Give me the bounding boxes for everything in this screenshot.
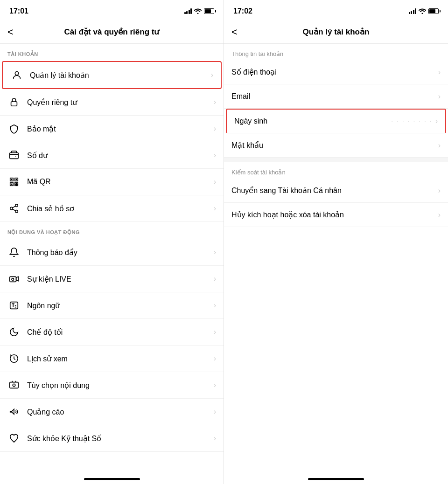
menu-item-ma-qr[interactable]: Mã QR › (0, 169, 224, 195)
chevron-icon-lich-su: › (214, 354, 216, 363)
section-header-thong-tin: Thông tin tài khoản (224, 44, 448, 60)
lock-icon (7, 96, 21, 109)
qr-icon (7, 175, 21, 188)
menu-item-label-che-do-toi: Chế độ tối (27, 328, 214, 337)
wifi-icon-right (419, 8, 426, 14)
moon-icon (7, 325, 21, 339)
chevron-icon-bao-mat: › (214, 124, 216, 133)
page-title-left: Cài đặt và quyền riêng tư (21, 27, 202, 37)
status-icons-left (184, 8, 215, 14)
menu-item-che-do-toi[interactable]: Chế độ tối › (0, 319, 224, 346)
right-label-huy-kich-hoat: Hủy kích hoạt hoặc xóa tài khoản (231, 210, 438, 219)
language-icon (7, 299, 21, 312)
chevron-icon-tuy-chon: › (214, 381, 216, 389)
wallet-icon (7, 149, 21, 162)
menu-item-label-lich-su: Lịch sử xem (27, 354, 214, 363)
svg-rect-20 (10, 302, 18, 309)
home-indicator-right (308, 478, 364, 480)
svg-point-14 (10, 207, 13, 210)
person-icon (10, 69, 23, 82)
menu-item-label-qr: Mã QR (27, 178, 214, 186)
ngay-sinh-value: · · · · · · · · (391, 118, 432, 125)
section-label-account: TÀI KHOẢN (0, 44, 224, 61)
right-item-chuyen-sang-ca-nhan[interactable]: Chuyển sang Tài khoản Cá nhân › (224, 179, 448, 203)
menu-item-quang-cao[interactable]: Quảng cáo › (0, 399, 224, 425)
svg-rect-6 (15, 183, 16, 184)
svg-line-17 (13, 206, 15, 208)
section-label-content: NỘI DUNG VÀ HOẠT ĐỘNG (0, 222, 224, 239)
menu-item-so-du[interactable]: Số dư › (0, 142, 224, 169)
time-right: 17:02 (233, 7, 252, 15)
menu-item-label-thong-bao: Thông báo đẩy (27, 248, 214, 257)
right-label-email: Email (231, 92, 438, 101)
svg-point-13 (15, 204, 18, 207)
svg-rect-12 (11, 184, 13, 185)
chevron-icon-quan-ly: › (211, 71, 213, 79)
right-item-so-dien-thoai[interactable]: Số điện thoại › (224, 60, 448, 84)
menu-item-tuy-chon-noi-dung[interactable]: Tùy chọn nội dung › (0, 372, 224, 399)
menu-item-quyen-rieng-tu[interactable]: Quyền riêng tư › (0, 89, 224, 116)
svg-rect-9 (17, 185, 18, 186)
spacer-right (224, 227, 448, 474)
nav-header-right: < Quản lý tài khoản (224, 21, 448, 44)
health-icon (7, 432, 21, 445)
status-icons-right (409, 8, 439, 14)
back-button-right[interactable]: < (231, 26, 245, 38)
menu-item-suc-khoe[interactable]: Sức khỏe Kỹ thuật Số › (0, 425, 224, 452)
battery-icon-right (428, 8, 439, 14)
wifi-icon-left (194, 8, 202, 14)
right-label-mat-khau: Mật khẩu (231, 141, 438, 150)
chevron-icon-so-du: › (214, 151, 216, 159)
menu-item-ngon-ngu[interactable]: Ngôn ngữ › (0, 292, 224, 319)
chevron-email: › (438, 92, 441, 101)
right-label-ngay-sinh: Ngày sinh (234, 117, 391, 125)
spacer-left (0, 452, 224, 474)
menu-item-label-su-kien: Sự kiện LIVE (27, 275, 214, 283)
svg-rect-7 (17, 183, 18, 184)
back-button-left[interactable]: < (7, 26, 21, 38)
signal-icon-right (409, 8, 417, 14)
chevron-ngay-sinh: › (435, 117, 438, 125)
right-item-mat-khau[interactable]: Mật khẩu › (224, 133, 448, 158)
menu-item-label-quyen: Quyền riêng tư (27, 98, 214, 107)
right-item-email[interactable]: Email › (224, 84, 448, 109)
menu-item-label-chia-se: Chia sẻ hồ sơ (27, 204, 214, 213)
menu-item-label-tuy-chon: Tùy chọn nội dung (27, 381, 214, 390)
chevron-icon-qr: › (214, 178, 216, 186)
svg-rect-1 (11, 102, 17, 106)
menu-item-label-so-du: Số dư (27, 151, 214, 160)
menu-item-bao-mat[interactable]: Bảo mật › (0, 116, 224, 142)
svg-rect-18 (10, 277, 16, 282)
svg-rect-8 (15, 185, 16, 186)
menu-item-quan-ly-tai-khoan[interactable]: Quản lý tài khoản › (2, 61, 222, 89)
svg-point-25 (13, 384, 15, 387)
chevron-mat-khau: › (438, 141, 441, 150)
menu-item-thong-bao-day[interactable]: Thông báo đẩy › (0, 239, 224, 266)
right-item-ngay-sinh[interactable]: Ngày sinh · · · · · · · · › (226, 109, 446, 133)
chevron-icon-thong-bao: › (214, 248, 216, 256)
status-bar-left: 17:01 (0, 0, 224, 21)
svg-line-16 (13, 209, 15, 211)
divider-right (224, 158, 448, 162)
svg-point-15 (15, 210, 18, 213)
chevron-chuyen-sang: › (438, 187, 441, 195)
menu-item-chia-se-ho-so[interactable]: Chia sẻ hồ sơ › (0, 195, 224, 222)
share-icon (7, 202, 21, 215)
nav-header-left: < Cài đặt và quyền riêng tư (0, 21, 224, 44)
menu-item-su-kien-live[interactable]: Sự kiện LIVE › (0, 266, 224, 292)
chevron-icon-quyen: › (214, 98, 216, 106)
menu-item-label-suc-khoe: Sức khỏe Kỹ thuật Số (27, 434, 214, 443)
right-label-chuyen-sang: Chuyển sang Tài khoản Cá nhân (231, 186, 438, 195)
menu-item-label-bao-mat: Bảo mật (27, 124, 214, 133)
menu-item-lich-su-xem[interactable]: Lịch sử xem › (0, 346, 224, 372)
right-item-huy-kich-hoat[interactable]: Hủy kích hoạt hoặc xóa tài khoản › (224, 203, 448, 227)
history-icon (7, 352, 21, 365)
signal-icon-left (184, 8, 192, 14)
page-title-right: Quản lý tài khoản (245, 27, 427, 37)
svg-rect-10 (11, 179, 13, 180)
chevron-so-dien-thoai: › (438, 68, 441, 76)
battery-icon-left (204, 8, 214, 14)
svg-rect-11 (16, 179, 17, 180)
video-icon (7, 379, 21, 392)
status-bar-right: 17:02 (224, 0, 448, 21)
